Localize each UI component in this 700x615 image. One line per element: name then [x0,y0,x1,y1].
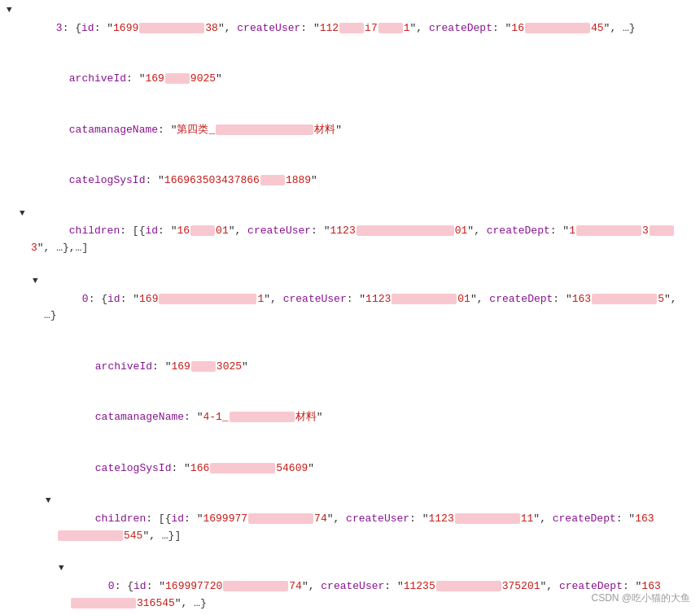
line-grandchild-0: ▼ 0: {id: "16999772074", createUser: "11… [7,561,693,615]
watermark: CSDN @吃小猫的大鱼 [591,591,690,605]
toggle-children-1[interactable]: ▼ [20,207,29,221]
line-catamanagename-2: catamanageName: "4-1_材料" [7,392,693,443]
line-catamanagename-1: catamanageName: "第四类_材料" [7,105,693,155]
key-3: 3 [56,22,63,34]
json-viewer: ▼ 3: {id: "169938", createUser: "112i71"… [0,0,700,615]
line-3-header: ▼ 3: {id: "169938", createUser: "112i71"… [7,3,693,54]
line-child-0: ▼ 0: {id: "1691", createUser: "112301", … [7,274,693,342]
toggle-children-2[interactable]: ▼ [46,494,55,508]
toggle-3[interactable]: ▼ [7,3,16,18]
line-children-1: ▼ children: [{id: "1601", createUser: "1… [7,207,693,274]
line-archiveid-1: archiveId: "1699025" [7,54,693,104]
line-children-2: ▼ children: [{id: "169997774", createUse… [7,494,693,561]
line-archiveid-2: archiveId: "1693025" [7,342,693,392]
line-catelogsysid-2: catelogSysId: "16654609" [7,443,693,494]
toggle-grandchild-0[interactable]: ▼ [59,561,68,576]
toggle-child-0[interactable]: ▼ [33,274,42,289]
line-catelogsysid-1: catelogSysId: "1669635034378661889" [7,155,693,206]
